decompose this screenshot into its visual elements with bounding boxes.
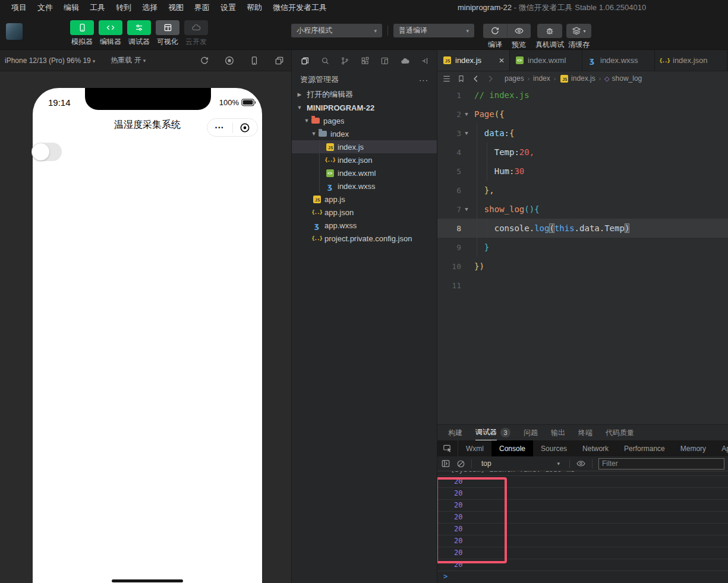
inspect-element-button[interactable]	[437, 440, 458, 456]
more-menu-button[interactable]: •••	[207, 125, 232, 131]
tree-item-app-json[interactable]: {..}app.json	[292, 206, 437, 219]
compile-mode-select[interactable]: 普通编译 ▾	[393, 24, 474, 37]
panel-tab-item[interactable]: 调试器3	[475, 425, 510, 440]
panel-tab-item[interactable]: 输出	[551, 425, 565, 440]
tab-index-json[interactable]: {..}index.json	[655, 50, 727, 71]
menu-item-11[interactable]: 微信开发者工具	[267, 0, 332, 15]
mode-button-chip-item[interactable]	[70, 20, 94, 35]
code-line-9[interactable]: 9}	[437, 238, 728, 257]
menu-item-9[interactable]: 设置	[215, 0, 241, 15]
menu-item-10[interactable]: 帮助	[241, 0, 267, 15]
mode-select[interactable]: 小程序模式 ▾	[291, 24, 382, 37]
outline-icon[interactable]	[442, 74, 451, 83]
tree-item-project-private-config-json[interactable]: {..}project.private.config.json	[292, 232, 437, 245]
breadcrumb-index[interactable]: index	[533, 74, 550, 83]
devtools-tab-network[interactable]: Network	[575, 440, 616, 456]
breadcrumb-pages[interactable]: pages	[505, 74, 524, 83]
rotate-icon[interactable]	[200, 56, 209, 65]
breadcrumb-show-log[interactable]: ◇show_log	[604, 74, 642, 83]
code-editor[interactable]: 1// index.js2▼Page({3▼data:{4Temp:20,5Hu…	[437, 86, 728, 295]
back-arrow-icon[interactable]	[471, 74, 480, 83]
close-target-button[interactable]	[233, 122, 258, 133]
mode-button-chip-item[interactable]	[156, 20, 179, 35]
tree-item-index-wxss[interactable]: ʒindex.wxss	[292, 179, 437, 193]
tab-index-wxml[interactable]: <>index.wxml	[510, 50, 582, 71]
devtools-tab-sources[interactable]: Sources	[533, 440, 575, 456]
tree-item-item[interactable]: ▶打开的编辑器	[292, 88, 437, 101]
tree-item-index-json[interactable]: {..}index.json	[292, 153, 437, 166]
menu-item-5[interactable]: 转到	[111, 0, 137, 15]
menu-item-4[interactable]: 工具	[84, 0, 111, 15]
explorer-icon[interactable]	[301, 56, 310, 66]
code-line-6[interactable]: 6},	[437, 181, 728, 200]
devtools-tab-performance[interactable]: Performance	[616, 440, 673, 456]
menu-item-2[interactable]: 文件	[32, 0, 58, 15]
tree-item-miniprogram-22[interactable]: ▼MINIPROGRAM-22	[292, 101, 437, 114]
fold-chevron-icon[interactable]: ▼	[461, 130, 472, 136]
clear-console-icon[interactable]	[456, 459, 465, 468]
devtools-tab-appdata[interactable]: AppData	[714, 440, 728, 456]
preview-button[interactable]	[507, 24, 531, 38]
tree-item-index[interactable]: ▼index	[292, 127, 437, 140]
search-icon[interactable]	[321, 56, 330, 66]
fold-chevron-icon[interactable]: ▼	[461, 206, 472, 212]
more-actions-icon[interactable]: ···	[419, 75, 428, 84]
devtools-tab-memory[interactable]: Memory	[673, 440, 714, 456]
tree-item-index-js[interactable]: JSindex.js	[292, 140, 437, 153]
device-selector[interactable]: iPhone 12/13 (Pro) 96% 19▾	[5, 56, 95, 65]
mode-button-chip-item[interactable]	[127, 20, 151, 35]
console-prompt[interactable]: >	[437, 571, 728, 583]
code-line-1[interactable]: 1// index.js	[437, 86, 728, 105]
expand-panel-icon[interactable]	[441, 459, 450, 468]
menu-item-7[interactable]: 视图	[163, 0, 189, 15]
compile-button[interactable]	[483, 24, 507, 38]
remote-debug-button[interactable]	[537, 24, 562, 38]
bookmark-icon[interactable]	[457, 74, 465, 83]
code-line-11[interactable]: 11	[437, 276, 728, 295]
code-line-8[interactable]: 8console.log(this.data.Temp)	[437, 219, 728, 238]
panel-tab-item[interactable]: 构建	[448, 425, 462, 440]
tree-item-pages[interactable]: ▼pages	[292, 114, 437, 127]
close-icon[interactable]: ✕	[499, 56, 505, 65]
panel-tab-item[interactable]: 终端	[578, 425, 593, 440]
console-log-list[interactable]: [System] Launch Time: 1939 ms20202020202…	[437, 471, 728, 583]
mode-button-chip-item[interactable]	[184, 20, 208, 35]
toggle-switch[interactable]	[31, 143, 62, 161]
clear-cache-button[interactable]: ▾	[566, 24, 591, 38]
tree-item-app-wxss[interactable]: ʒapp.wxss	[292, 219, 437, 232]
code-line-5[interactable]: 5Hum:30	[437, 162, 728, 181]
phone-frame-icon[interactable]	[250, 56, 259, 65]
avatar[interactable]	[6, 23, 23, 40]
mode-button-chip-item[interactable]	[99, 20, 122, 35]
detach-window-icon[interactable]	[275, 56, 284, 65]
breadcrumb-index-js[interactable]: JSindex.js	[559, 74, 595, 83]
code-line-2[interactable]: 2▼Page({	[437, 105, 728, 124]
context-select[interactable]: top ▾	[478, 459, 563, 468]
extensions-icon[interactable]	[361, 56, 370, 66]
record-stop-icon[interactable]	[225, 56, 234, 65]
filter-input[interactable]	[598, 458, 724, 469]
hot-reload-toggle[interactable]: 热重载 开▾	[111, 55, 146, 65]
code-line-7[interactable]: 7▼show_log(){	[437, 200, 728, 219]
menu-item-6[interactable]: 选择	[137, 0, 163, 15]
tab-index-js[interactable]: JSindex.js✕	[437, 50, 510, 71]
devtools-tab-wxml[interactable]: Wxml	[458, 440, 491, 456]
code-line-4[interactable]: 4Temp:20,	[437, 143, 728, 162]
menu-item-3[interactable]: 编辑	[58, 0, 84, 15]
devtools-tab-console[interactable]: Console	[491, 440, 533, 456]
eye-icon[interactable]	[576, 459, 586, 468]
tree-item-app-js[interactable]: JSapp.js	[292, 193, 437, 206]
source-control-icon[interactable]	[341, 56, 349, 66]
tree-item-index-wxml[interactable]: <>index.wxml	[292, 166, 437, 179]
forward-arrow-icon[interactable]	[486, 74, 495, 83]
npm-panel-icon[interactable]	[380, 56, 389, 66]
fold-chevron-icon[interactable]: ▼	[461, 111, 472, 117]
menu-item-8[interactable]: 界面	[189, 0, 215, 15]
code-line-3[interactable]: 3▼data:{	[437, 124, 728, 143]
code-line-10[interactable]: 10})	[437, 257, 728, 276]
tab-index-wxss[interactable]: ʒindex.wxss	[582, 50, 655, 71]
panel-tab-item[interactable]: 代码质量	[606, 425, 634, 440]
cloud-icon[interactable]	[401, 56, 409, 66]
panel-tab-item[interactable]: 问题	[524, 425, 538, 440]
menu-item-1[interactable]: 项目	[6, 0, 32, 15]
